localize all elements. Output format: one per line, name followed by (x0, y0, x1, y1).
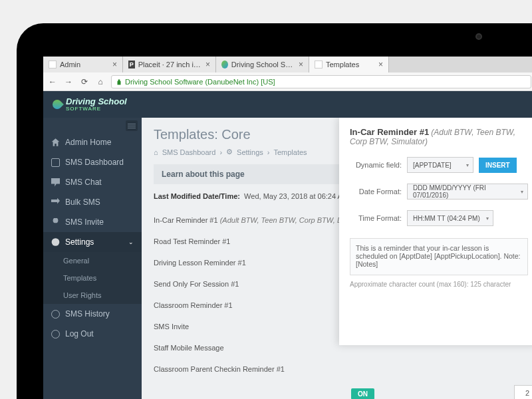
count-input[interactable]: 2 (514, 385, 532, 399)
sidebar-item-label: SMS Chat (65, 178, 102, 187)
sidebar-toggle[interactable] (126, 120, 138, 131)
sidebar-item-settings[interactable]: Settings⌄ (43, 232, 142, 252)
time-format-label: Time Format: (350, 214, 402, 222)
logout-icon (51, 330, 60, 338)
breadcrumb-item[interactable]: SMS Dashboard (162, 148, 216, 156)
placeit-icon: P (128, 61, 135, 68)
browser-tab[interactable]: P Placeit · 27 inch iMac 20 × (123, 57, 216, 72)
brand-line1: Driving School (66, 97, 127, 106)
chat-icon (51, 178, 60, 187)
reload-button[interactable]: ⟳ (79, 77, 90, 86)
template-row[interactable]: Classroom Parent Checkin Reminder #1 (154, 358, 523, 380)
driving-school-icon (221, 61, 228, 68)
brand-logo[interactable]: Driving School SOFTWARE (53, 97, 127, 112)
insert-button[interactable]: INSERT (479, 158, 517, 173)
breadcrumb-item: Templates (273, 148, 307, 156)
brand-line2: SOFTWARE (66, 106, 127, 112)
browser-tab[interactable]: Admin × (43, 57, 123, 72)
browser-tab[interactable]: Driving School Software × (216, 57, 309, 72)
forward-button[interactable]: → (63, 77, 74, 86)
character-count: Approximate character count (max 160): 1… (350, 281, 528, 288)
dynamic-field-label: Dynamic field: (350, 161, 402, 169)
time-format-select[interactable]: HH:MM TT (04:24 PM)▾ (407, 210, 493, 226)
breadcrumb-item[interactable]: Settings (237, 148, 263, 156)
tab-title: Templates (326, 61, 359, 68)
close-icon[interactable]: × (378, 60, 383, 69)
close-icon[interactable]: × (299, 60, 303, 69)
tab-title: Admin (60, 61, 80, 68)
webcam (475, 33, 482, 40)
chevron-down-icon: ⌄ (128, 239, 134, 245)
home-button[interactable]: ⌂ (95, 77, 106, 86)
home-icon[interactable]: ⌂ (154, 148, 158, 156)
lock-icon (116, 78, 122, 85)
user-icon (51, 218, 60, 227)
browser-tab[interactable]: Templates × (309, 57, 389, 72)
chevron-right-icon: › (219, 148, 222, 156)
sidebar-item-label: SMS History (65, 309, 110, 319)
close-icon[interactable]: × (112, 60, 117, 69)
sidebar-subitem-user-rights[interactable]: User Rights (43, 287, 142, 304)
dashboard-icon (51, 158, 60, 167)
date-format-select[interactable]: DDD MM/DD/YYYY (FRI 07/01/2016)▾ (407, 184, 528, 200)
sidebar-item-log-out[interactable]: Log Out (43, 324, 142, 344)
browser-toolbar: ← → ⟳ ⌂ Driving School Software (DanubeN… (43, 72, 532, 91)
address-bar[interactable]: Driving School Software (DanubeNet Inc) … (111, 75, 531, 88)
sidebar-item-sms-dashboard[interactable]: SMS Dashboard (43, 152, 142, 172)
sidebar-subitem-general[interactable]: General (43, 252, 142, 269)
on-toggle[interactable]: ON (351, 388, 374, 399)
sidebar-item-sms-invite[interactable]: SMS Invite (43, 212, 142, 232)
chevron-down-icon: ▾ (466, 162, 469, 168)
sidebar-item-label: Log Out (65, 329, 94, 338)
dynamic-field-select[interactable]: [APPTDATE]▾ (407, 157, 473, 173)
sidebar-item-label: SMS Invite (65, 217, 104, 227)
chevron-down-icon: ▾ (486, 215, 489, 221)
chevron-down-icon: ▾ (521, 189, 523, 195)
settings-submenu: General Templates User Rights (43, 252, 142, 304)
sidebar-item-admin-home[interactable]: Admin Home (43, 132, 142, 152)
app-header: Driving School SOFTWARE (43, 91, 532, 118)
sidebar-subitem-templates[interactable]: Templates (43, 269, 142, 287)
sidebar-item-label: Settings (65, 237, 94, 247)
page-icon (49, 61, 57, 68)
history-icon (51, 310, 60, 319)
gear-icon (51, 238, 60, 247)
sidebar: Admin Home SMS Dashboard SMS Chat Bulk S… (43, 118, 142, 399)
sidebar-item-sms-history[interactable]: SMS History (43, 304, 142, 324)
leaf-icon (51, 98, 64, 111)
bulk-icon (51, 198, 60, 207)
date-format-label: Date Format: (350, 188, 402, 196)
panel-title: In-Car Reminder #1 (350, 127, 429, 137)
main-content: Templates: Core ⌂ SMS Dashboard› ⚙ Setti… (142, 118, 532, 399)
template-editor-panel: In-Car Reminder #1 (Adult BTW, Teen BTW,… (339, 118, 532, 345)
message-textarea[interactable]: This is a reminder that your in-car less… (350, 238, 528, 275)
sidebar-item-bulk-sms[interactable]: Bulk SMS (43, 192, 142, 212)
tab-title: Placeit · 27 inch iMac 20 (138, 61, 202, 68)
page-icon (315, 61, 323, 68)
chevron-right-icon: › (267, 148, 270, 156)
sidebar-item-sms-chat[interactable]: SMS Chat (43, 172, 142, 192)
home-icon (51, 138, 60, 147)
close-icon[interactable]: × (205, 60, 210, 69)
sidebar-item-label: Bulk SMS (65, 198, 100, 207)
browser-tab-strip: Admin × P Placeit · 27 inch iMac 20 × Dr… (43, 57, 532, 72)
sidebar-item-label: SMS Dashboard (65, 158, 124, 167)
url-identity: Driving School Software (DanubeNet Inc) … (125, 78, 275, 86)
sidebar-item-label: Admin Home (65, 138, 111, 147)
back-button[interactable]: ← (47, 77, 58, 86)
tab-title: Driving School Software (231, 61, 295, 68)
